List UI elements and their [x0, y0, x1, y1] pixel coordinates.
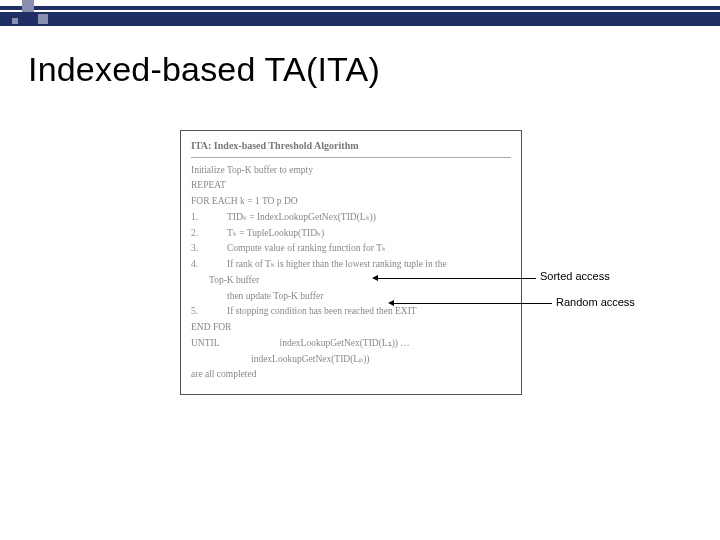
algo-foreach: FOR EACH k = 1 TO p DO	[191, 195, 511, 209]
algo-step-4b: Top-K buffer	[191, 274, 511, 288]
algo-step-4c: then update Top-K buffer	[191, 290, 511, 304]
algo-step-1: 1.TIDₖ = IndexLookupGetNex(TID(Lₖ))	[191, 211, 511, 225]
header-decoration	[0, 0, 720, 26]
algo-step-5: 5.If stopping condition has been reached…	[191, 305, 511, 319]
algorithm-box: ITA: Index-based Threshold Algorithm Ini…	[180, 130, 522, 395]
algo-step-4: 4.If rank of Tₖ is higher than the lowes…	[191, 258, 511, 272]
algo-step-3: 3.Compute value of ranking function for …	[191, 242, 511, 256]
label-sorted-access: Sorted access	[540, 270, 610, 282]
algo-until-2: indexLookupGetNex(TID(Lₚ))	[191, 353, 511, 367]
arrowhead-random	[388, 300, 394, 306]
algorithm-header: ITA: Index-based Threshold Algorithm	[191, 139, 511, 158]
connector-sorted	[378, 278, 536, 279]
arrowhead-sorted	[372, 275, 378, 281]
algo-repeat: REPEAT	[191, 179, 511, 193]
slide-title: Indexed-based TA(ITA)	[28, 50, 380, 89]
algo-init: Initialize Top-K buffer to empty	[191, 164, 511, 178]
label-random-access: Random access	[556, 296, 635, 308]
algo-until: UNTILindexLookupGetNex(TID(L₁)) …	[191, 337, 511, 351]
algo-step-2: 2.Tₖ = TupleLookup(TIDₖ)	[191, 227, 511, 241]
algo-done: are all completed	[191, 368, 511, 382]
algo-endfor: END FOR	[191, 321, 511, 335]
connector-random	[394, 303, 552, 304]
